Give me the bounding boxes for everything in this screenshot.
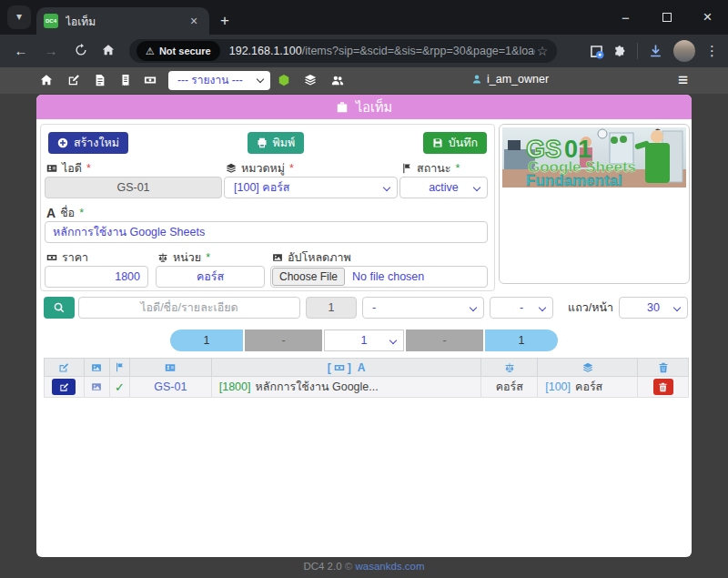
choose-file-button[interactable]: Choose File <box>272 268 345 286</box>
price-field-wrap <box>45 266 148 288</box>
address-bar[interactable]: ⚠ Not secure 192.168.1.100/items?sip=&sc… <box>129 39 557 63</box>
row-delete-cell <box>638 377 688 397</box>
tab-group-icon[interactable] <box>589 44 604 59</box>
id-field[interactable] <box>45 177 222 198</box>
download-icon[interactable] <box>648 44 663 59</box>
browser-menu-icon[interactable]: ⋮ <box>705 43 719 59</box>
pagination: 1 - 1 - 1 <box>36 330 692 351</box>
item-thumbnail[interactable]: GS 01 Google Sheets Fundamental <box>502 127 686 188</box>
status-select[interactable]: active <box>399 177 488 198</box>
chevron-down-icon <box>257 76 264 83</box>
required-mark: * <box>79 207 84 219</box>
unit-field[interactable] <box>156 266 265 288</box>
pagination-next-button[interactable]: - <box>406 330 483 351</box>
app-navbar: --- รายงาน --- i_am_owner ≡ <box>0 67 728 94</box>
row-category-name: คอร์ส <box>575 378 602 396</box>
nav-categories-icon[interactable] <box>304 74 317 86</box>
new-tab-button[interactable]: + <box>220 9 229 33</box>
search-input[interactable] <box>78 297 300 319</box>
not-secure-badge[interactable]: ⚠ Not secure <box>136 41 220 61</box>
category-select[interactable]: [100] คอร์ส <box>224 177 398 198</box>
trash-icon <box>658 382 668 392</box>
row-edit-button[interactable] <box>52 379 76 395</box>
app-version: DC4 2.0 <box>303 561 341 572</box>
chevron-down-icon <box>539 304 546 311</box>
name-field-wrap <box>45 221 488 243</box>
table-header: [ ] A <box>44 358 689 377</box>
nav-money-icon[interactable] <box>144 74 157 86</box>
save-button[interactable]: บันทึก <box>423 132 487 154</box>
item-image-panel: GS 01 Google Sheets Fundamental <box>499 124 690 284</box>
hamburger-menu-icon[interactable]: ≡ <box>678 70 688 90</box>
id-card-icon <box>46 163 57 174</box>
nav-product-cube-icon[interactable] <box>278 74 290 86</box>
forward-button[interactable]: → <box>41 41 61 61</box>
name-label: A ชื่อ* <box>46 206 84 219</box>
pagination-prev-button[interactable]: - <box>245 330 322 351</box>
card-header: ไอเท็ม <box>36 95 692 119</box>
status-filter-select[interactable]: - <box>490 297 553 319</box>
reports-dropdown[interactable]: --- รายงาน --- <box>168 71 270 90</box>
required-mark: * <box>289 162 294 175</box>
url-text: 192.168.1.100/items?sip=&scid=&sis=&rpp=… <box>229 45 535 57</box>
home-button[interactable] <box>102 44 115 56</box>
image-icon <box>91 362 102 373</box>
bookmark-star-icon[interactable]: ☆ <box>535 44 550 58</box>
page-number-field[interactable] <box>306 297 357 319</box>
pagination-page-select[interactable]: 1 <box>324 330 404 351</box>
id-label: ไอดี* <box>46 161 91 175</box>
file-status-text: No file chosen <box>352 270 424 283</box>
tab-close-icon[interactable]: × <box>186 14 202 28</box>
search-icon <box>53 301 66 314</box>
chevron-down-icon <box>383 184 390 191</box>
font-a-icon: A <box>46 206 56 220</box>
close-button[interactable]: × <box>687 0 728 35</box>
layers-icon <box>226 163 237 174</box>
category-filter-select[interactable]: - <box>362 297 484 319</box>
name-field[interactable] <box>45 221 488 243</box>
maximize-button[interactable] <box>646 0 687 35</box>
copyright-icon: © <box>345 561 352 572</box>
price-field[interactable] <box>45 266 148 288</box>
not-secure-label: Not secure <box>159 46 211 56</box>
pagination-last-button[interactable]: 1 <box>485 330 558 351</box>
user-menu[interactable]: i_am_owner <box>471 73 549 86</box>
print-button[interactable]: พิมพ์ <box>248 132 305 154</box>
nav-receipt-icon[interactable] <box>119 74 132 86</box>
status-filter-value: - <box>520 301 523 314</box>
browser-tab[interactable]: DC4 ไอเท็ม × <box>36 7 209 35</box>
nav-invoice-icon[interactable] <box>94 74 106 86</box>
row-delete-button[interactable] <box>653 379 673 395</box>
category-select-value: [100] คอร์ส <box>234 181 290 194</box>
chevron-down-icon <box>473 184 480 191</box>
flag-icon <box>401 163 412 174</box>
image-icon[interactable] <box>91 381 102 392</box>
items-card: ไอเท็ม สร้างใหม่ พิมพ์ <box>36 95 692 557</box>
chevron-down-icon <box>389 337 397 344</box>
nav-form-icon[interactable] <box>67 74 80 86</box>
banknote-icon <box>334 362 345 373</box>
row-category-tag: [100] <box>545 380 571 393</box>
nav-users-icon[interactable] <box>330 74 345 86</box>
plus-circle-icon <box>57 137 68 148</box>
extensions-puzzle-icon[interactable] <box>614 45 627 57</box>
search-button[interactable] <box>44 297 75 319</box>
minimize-button[interactable]: − <box>605 0 646 35</box>
profile-avatar[interactable] <box>673 40 695 62</box>
row-status-cell: ✓ <box>110 377 130 397</box>
scales-icon <box>157 252 168 263</box>
active-check-icon: ✓ <box>115 380 125 394</box>
rows-per-page-select[interactable]: 30 <box>619 297 688 319</box>
user-icon <box>471 74 482 85</box>
reload-button[interactable] <box>75 44 87 56</box>
edit-icon <box>58 362 69 373</box>
nav-home-icon[interactable] <box>40 74 53 86</box>
back-button[interactable]: ← <box>11 41 31 61</box>
id-card-icon <box>165 362 176 373</box>
footer-site-link[interactable]: wasankds.com <box>356 561 425 572</box>
image-icon <box>272 252 283 263</box>
tab-search-button[interactable]: ▾ <box>7 5 31 29</box>
pagination-first-button[interactable]: 1 <box>170 330 243 351</box>
create-new-button[interactable]: สร้างใหม่ <box>48 132 128 154</box>
file-input[interactable]: Choose File No file chosen <box>270 266 488 288</box>
